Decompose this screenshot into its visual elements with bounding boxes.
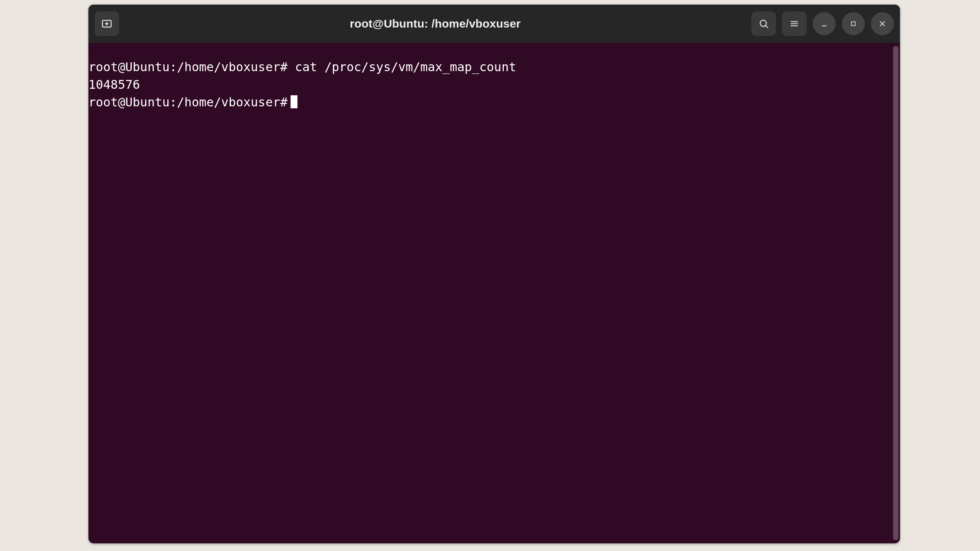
search-button[interactable] <box>751 11 776 36</box>
svg-point-1 <box>760 20 766 26</box>
new-tab-icon <box>101 18 113 29</box>
svg-rect-7 <box>851 22 855 26</box>
minimize-button[interactable] <box>813 12 836 35</box>
search-icon <box>758 18 769 29</box>
titlebar: root@Ubuntu: /home/vboxuser <box>88 5 900 43</box>
hamburger-icon <box>789 19 799 29</box>
cursor <box>291 95 297 108</box>
window-title: root@Ubuntu: /home/vboxuser <box>119 17 751 30</box>
close-button[interactable] <box>871 12 894 35</box>
minimize-icon <box>820 20 828 28</box>
new-tab-button[interactable] <box>95 11 119 36</box>
scrollbar[interactable] <box>893 46 898 540</box>
terminal-content[interactable]: root@Ubuntu:/home/vboxuser# cat /proc/sy… <box>88 58 900 111</box>
maximize-icon <box>849 20 857 28</box>
maximize-button[interactable] <box>842 12 865 35</box>
terminal-window: root@Ubuntu: /home/vboxuser <box>88 5 900 543</box>
svg-line-2 <box>766 26 768 28</box>
terminal-body[interactable]: root@Ubuntu:/home/vboxuser# cat /proc/sy… <box>88 43 900 543</box>
menu-button[interactable] <box>782 11 807 36</box>
close-icon <box>878 20 887 28</box>
